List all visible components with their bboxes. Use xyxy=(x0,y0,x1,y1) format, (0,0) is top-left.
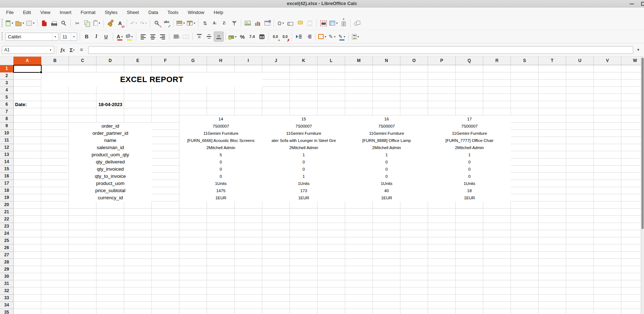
column-header-A[interactable]: A xyxy=(14,57,41,65)
row-header-14[interactable]: 14 xyxy=(0,158,13,166)
row-header-30[interactable]: 30 xyxy=(0,273,13,280)
chevron-down-icon[interactable]: ▾ xyxy=(99,22,100,25)
pivot-table-button[interactable] xyxy=(262,18,272,28)
row-header-16[interactable]: 16 xyxy=(0,173,13,180)
row-header-7[interactable]: 7 xyxy=(0,108,13,115)
cell-value-qty_invoiced-4[interactable]: 0 xyxy=(428,166,511,173)
column-header-V[interactable]: V xyxy=(594,57,621,65)
chevron-down-icon[interactable]: ▾ xyxy=(183,22,185,25)
chevron-down-icon[interactable]: ▾ xyxy=(194,22,195,25)
clone-formatting-button[interactable] xyxy=(105,18,115,28)
insert-row-button[interactable]: ▾ xyxy=(175,18,186,28)
open-button[interactable]: ▾ xyxy=(14,18,25,28)
insert-comment-button[interactable] xyxy=(295,18,305,28)
vertical-scrollbar[interactable] xyxy=(641,57,644,314)
cell-date-label[interactable]: Date: xyxy=(14,101,41,108)
cell-value-salesman_id-2[interactable]: 2Mitchell Admin xyxy=(262,144,345,151)
autosum-button[interactable]: Σ▾ xyxy=(68,45,76,54)
cell-value-price_subtotal-4[interactable]: 18 xyxy=(428,187,511,194)
currency-format-button[interactable]: ▾ xyxy=(227,32,238,42)
print-preview-button[interactable] xyxy=(59,18,69,28)
cell-value-product_uom_qty-1[interactable]: 5 xyxy=(179,151,262,158)
toolbar-drag-handle[interactable] xyxy=(1,19,3,28)
cell-value-name-1[interactable]: [FURN_6666] Acoustic Bloc Screens xyxy=(179,137,262,144)
row-header-34[interactable]: 34 xyxy=(0,302,13,309)
row-header-24[interactable]: 24 xyxy=(0,230,13,237)
align-left-button[interactable] xyxy=(138,32,148,42)
cell-value-price_subtotal-2[interactable]: 173 xyxy=(262,187,345,194)
cell-col-number-17[interactable]: 17 xyxy=(428,115,511,123)
menu-format[interactable]: Format xyxy=(76,9,100,16)
sort-button[interactable]: ⇅ xyxy=(200,18,210,28)
cell-col-number-15[interactable]: 15 xyxy=(262,115,345,123)
row-header-13[interactable]: 13 xyxy=(0,151,13,158)
column-header-D[interactable]: D xyxy=(97,57,124,65)
menu-data[interactable]: Data xyxy=(144,9,163,16)
menu-styles[interactable]: Styles xyxy=(100,9,122,16)
border-style-button[interactable]: ✎▾ xyxy=(327,32,337,42)
highlighting-color-button[interactable]: ▾ xyxy=(124,32,134,42)
cell-label-qty_to_invoice[interactable]: qty_to_invoice xyxy=(69,173,152,180)
column-header-T[interactable]: T xyxy=(539,57,566,65)
row-header-31[interactable]: 31 xyxy=(0,280,13,287)
cell-value-qty_to_invoice-2[interactable]: 1 xyxy=(262,173,345,180)
row-header-6[interactable]: 6 xyxy=(0,101,13,108)
insert-hyperlink-button[interactable] xyxy=(286,18,295,28)
row-header-3[interactable]: 3 xyxy=(0,80,13,87)
cell-value-product_uom-3[interactable]: 1Units xyxy=(345,180,428,187)
italic-button[interactable]: I xyxy=(91,32,101,42)
chevron-down-icon[interactable]: ▾ xyxy=(52,33,58,41)
cell-label-price_subtotal[interactable]: price_subtotal xyxy=(69,187,152,194)
column-header-M[interactable]: M xyxy=(345,57,373,65)
paste-button[interactable]: ▾ xyxy=(92,18,102,28)
formula-button[interactable]: = xyxy=(77,45,86,54)
column-header-I[interactable]: I xyxy=(235,57,262,65)
cell-value-qty_delivered-3[interactable]: 0 xyxy=(345,158,428,166)
bold-button[interactable]: B xyxy=(82,32,91,42)
conditional-formatting-button[interactable]: ▾ xyxy=(351,32,360,42)
cell-value-qty_delivered-4[interactable]: 0 xyxy=(428,158,511,166)
column-header-R[interactable]: R xyxy=(483,57,511,65)
column-header-K[interactable]: K xyxy=(290,57,318,65)
cell-value-qty_delivered-2[interactable]: 0 xyxy=(262,158,345,166)
chevron-down-icon[interactable]: ▾ xyxy=(344,35,345,38)
cell-label-product_uom[interactable]: product_uom xyxy=(69,180,152,187)
function-wizard-button[interactable]: fx xyxy=(58,45,67,54)
insert-chart-button[interactable] xyxy=(253,18,262,28)
cell-date-value[interactable]: 18-04-2023 xyxy=(97,101,124,108)
column-header-J[interactable]: J xyxy=(262,57,290,65)
maximize-icon[interactable] xyxy=(641,2,644,6)
clear-formatting-button[interactable]: A xyxy=(115,18,125,28)
cell-value-product_uom_qty-4[interactable]: 1 xyxy=(428,151,511,158)
row-header-10[interactable]: 10 xyxy=(0,130,13,137)
cell-value-name-3[interactable]: [FURN_8888] Office Lamp xyxy=(345,137,428,144)
cell-label-qty_delivered[interactable]: qty_delivered xyxy=(69,158,152,166)
cell-value-order_id-2[interactable]: 7S00007 xyxy=(262,123,345,130)
spreadsheet-grid[interactable]: EXCEL REPORTDate:18-04-202314151617order… xyxy=(14,65,641,314)
number-format-button[interactable]: 7.4 xyxy=(247,32,257,42)
center-vertically-button[interactable] xyxy=(204,32,214,42)
row-header-27[interactable]: 27 xyxy=(0,252,13,259)
spelling-button[interactable]: abc✓ xyxy=(162,18,171,28)
toolbar-drag-handle[interactable] xyxy=(1,32,3,41)
cell-value-product_uom_qty-3[interactable]: 1 xyxy=(345,151,428,158)
row-header-1[interactable]: 1 xyxy=(0,65,13,72)
chevron-down-icon[interactable]: ▾ xyxy=(325,35,326,38)
cell-value-price_subtotal-3[interactable]: 40 xyxy=(345,187,428,194)
column-header-B[interactable]: B xyxy=(41,57,69,65)
align-top-button[interactable] xyxy=(194,32,204,42)
cell-value-qty_invoiced-2[interactable]: 0 xyxy=(262,166,345,173)
cell-value-name-2[interactable]: ater Sofa with Lounger in Steel Gre xyxy=(262,137,345,144)
menu-edit[interactable]: Edit xyxy=(18,9,36,16)
cell-value-currency_id-4[interactable]: 1EUR xyxy=(428,194,511,201)
cell-label-name[interactable]: name xyxy=(69,137,152,144)
new-button[interactable]: ▾ xyxy=(5,18,14,28)
menu-view[interactable]: View xyxy=(36,9,55,16)
formula-input-line[interactable] xyxy=(88,46,633,54)
sort-descending-button[interactable]: Z↑ xyxy=(220,18,229,28)
find-replace-button[interactable]: ✎ xyxy=(152,18,162,28)
cell-value-qty_to_invoice-4[interactable]: 0 xyxy=(428,173,511,180)
column-header-N[interactable]: N xyxy=(373,57,400,65)
export-pdf-button[interactable] xyxy=(39,18,49,28)
column-header-F[interactable]: F xyxy=(152,57,179,65)
